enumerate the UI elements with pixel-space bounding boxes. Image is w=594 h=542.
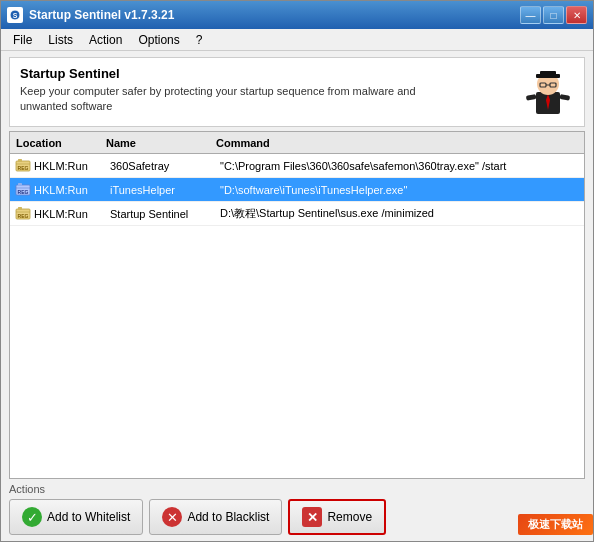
svg-text:REG: REG — [18, 189, 29, 195]
svg-rect-17 — [18, 183, 22, 186]
header-description: Keep your computer safer by protecting y… — [20, 84, 460, 115]
close-button[interactable]: ✕ — [566, 6, 587, 24]
row-registry-icon: REG — [14, 181, 32, 199]
menu-help[interactable]: ? — [188, 31, 211, 49]
cell-command: D:\教程\Startup Sentinel\sus.exe /minimize… — [214, 206, 584, 221]
header-title: Startup Sentinel — [20, 66, 460, 81]
remove-icon: ✕ — [302, 507, 322, 527]
table-row[interactable]: REG HKLM:Run iTunesHelper "D:\software\i… — [10, 178, 584, 202]
svg-rect-13 — [18, 159, 22, 162]
app-icon: S — [7, 7, 23, 23]
col-header-name: Name — [100, 137, 210, 149]
remove-label: Remove — [327, 510, 372, 524]
cell-command: "D:\software\iTunes\iTunesHelper.exe" — [214, 184, 584, 196]
app-logo — [522, 66, 574, 118]
menu-action[interactable]: Action — [81, 31, 130, 49]
menu-bar: File Lists Action Options ? — [1, 29, 593, 51]
svg-rect-6 — [540, 71, 556, 77]
add-to-blacklist-button[interactable]: ✕ Add to Blacklist — [149, 499, 282, 535]
window-controls: — □ ✕ — [520, 6, 587, 24]
blacklist-icon: ✕ — [162, 507, 182, 527]
col-header-location: Location — [10, 137, 100, 149]
actions-buttons: ✓ Add to Whitelist ✕ Add to Blacklist ✕ … — [9, 499, 585, 535]
svg-text:REG: REG — [18, 213, 29, 219]
row-registry-icon: REG — [14, 157, 32, 175]
maximize-button[interactable]: □ — [543, 6, 564, 24]
table-row[interactable]: REG HKLM:Run Startup Sentinel D:\教程\Star… — [10, 202, 584, 226]
title-bar: S Startup Sentinel v1.7.3.21 — □ ✕ — [1, 1, 593, 29]
blacklist-label: Add to Blacklist — [187, 510, 269, 524]
add-to-whitelist-button[interactable]: ✓ Add to Whitelist — [9, 499, 143, 535]
cell-name: iTunesHelper — [104, 184, 214, 196]
window-title: Startup Sentinel v1.7.3.21 — [29, 8, 520, 22]
menu-options[interactable]: Options — [130, 31, 187, 49]
row-registry-icon: REG — [14, 205, 32, 223]
table-header: Location Name Command — [10, 132, 584, 154]
cell-command: "C:\Program Files\360\360safe\safemon\36… — [214, 160, 584, 172]
cell-name: Startup Sentinel — [104, 208, 214, 220]
whitelist-label: Add to Whitelist — [47, 510, 130, 524]
menu-file[interactable]: File — [5, 31, 40, 49]
header-panel: Startup Sentinel Keep your computer safe… — [9, 57, 585, 127]
startup-table: Location Name Command REG HKLM:Run 360Sa… — [9, 131, 585, 479]
remove-button[interactable]: ✕ Remove — [288, 499, 386, 535]
table-row[interactable]: REG HKLM:Run 360Safetray "C:\Program Fil… — [10, 154, 584, 178]
watermark: 极速下载站 — [518, 514, 593, 535]
svg-text:S: S — [13, 12, 18, 19]
header-text: Startup Sentinel Keep your computer safe… — [20, 66, 460, 115]
cell-location: HKLM:Run — [32, 184, 104, 196]
menu-lists[interactable]: Lists — [40, 31, 81, 49]
col-header-command: Command — [210, 137, 584, 149]
cell-location: HKLM:Run — [32, 208, 104, 220]
minimize-button[interactable]: — — [520, 6, 541, 24]
actions-panel: Actions ✓ Add to Whitelist ✕ Add to Blac… — [9, 483, 585, 535]
main-window: S Startup Sentinel v1.7.3.21 — □ ✕ File … — [0, 0, 594, 542]
svg-rect-11 — [559, 94, 570, 101]
whitelist-icon: ✓ — [22, 507, 42, 527]
svg-rect-10 — [526, 94, 537, 101]
svg-text:REG: REG — [18, 165, 29, 171]
svg-rect-21 — [18, 207, 22, 210]
table-body: REG HKLM:Run 360Safetray "C:\Program Fil… — [10, 154, 584, 478]
actions-label: Actions — [9, 483, 585, 495]
cell-location: HKLM:Run — [32, 160, 104, 172]
cell-name: 360Safetray — [104, 160, 214, 172]
